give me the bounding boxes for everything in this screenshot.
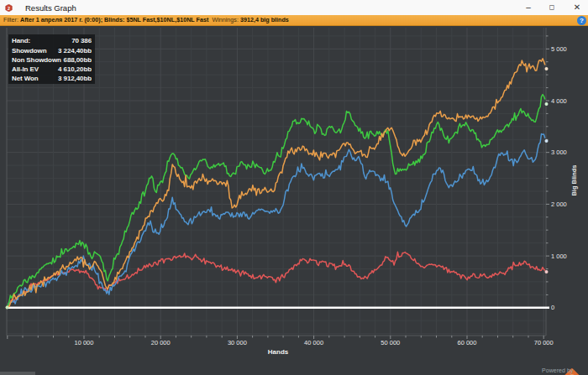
svg-text:Big Blinds: Big Blinds	[570, 164, 578, 195]
svg-text:0: 0	[551, 304, 554, 311]
svg-text:4 000: 4 000	[551, 97, 567, 105]
svg-text:70 000: 70 000	[534, 339, 554, 346]
svg-text:1 000: 1 000	[551, 253, 567, 260]
svg-text:50 000: 50 000	[381, 339, 400, 346]
svg-text:20 000: 20 000	[151, 339, 171, 346]
svg-text:60 000: 60 000	[458, 339, 477, 346]
svg-text:10 000: 10 000	[75, 339, 94, 346]
svg-text:30 000: 30 000	[228, 339, 247, 346]
svg-text:Hands: Hands	[268, 348, 289, 356]
svg-text:40 000: 40 000	[304, 339, 323, 346]
svg-text:2 000: 2 000	[551, 201, 567, 208]
svg-text:5 000: 5 000	[551, 45, 567, 53]
svg-text:3 000: 3 000	[551, 148, 567, 156]
svg-text:2: 2	[8, 5, 10, 10]
